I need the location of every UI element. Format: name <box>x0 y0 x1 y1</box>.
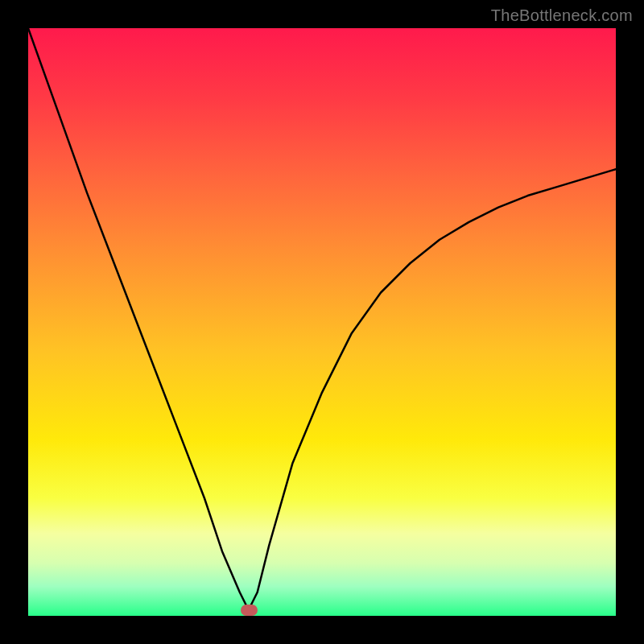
bottleneck-curve <box>28 28 616 616</box>
curve-path <box>28 28 616 610</box>
watermark-text: TheBottleneck.com <box>491 6 633 25</box>
minimum-marker <box>241 605 258 616</box>
plot-area <box>28 28 616 616</box>
chart-frame: TheBottleneck.com <box>0 0 644 644</box>
